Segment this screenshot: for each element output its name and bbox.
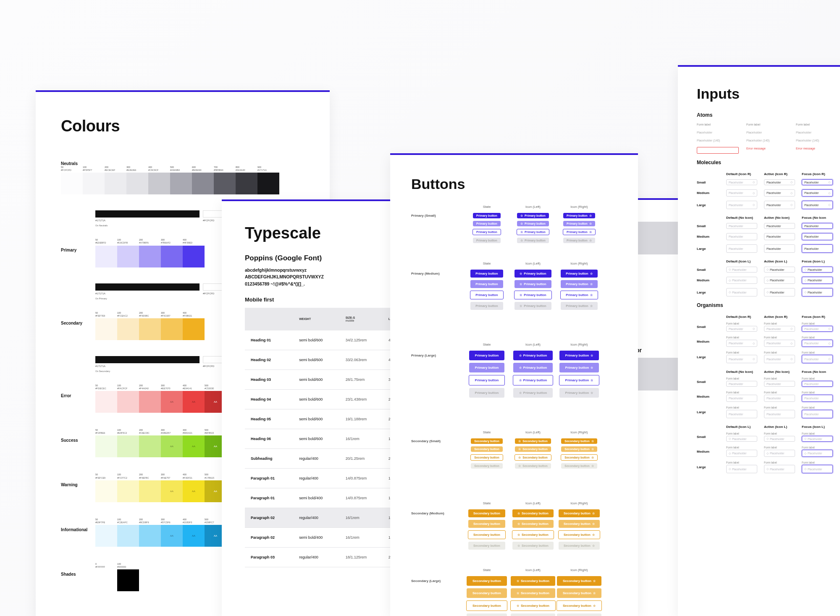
text-input[interactable]: Placeholder xyxy=(764,233,795,240)
prm-outline-button[interactable]: Primary button xyxy=(469,375,505,385)
sec-light-button[interactable]: Secondary button☆ xyxy=(557,588,601,598)
sec-outline-button[interactable]: Secondary button☆ xyxy=(556,600,602,611)
prm-light-button[interactable]: ☆Primary button xyxy=(514,280,551,288)
prm-solid-button[interactable]: Primary button☆ xyxy=(559,351,599,360)
text-input[interactable]: Placeholder◇ xyxy=(764,201,795,209)
text-input[interactable]: Placeholder◇ xyxy=(726,179,757,185)
sec-solid-button[interactable]: Secondary button☆ xyxy=(559,509,600,517)
prm-solid-button[interactable]: Primary button xyxy=(469,351,505,360)
text-input[interactable]: Placeholder xyxy=(764,223,795,229)
text-input[interactable]: Placeholder xyxy=(764,410,795,418)
text-input[interactable]: Placeholder◇ xyxy=(764,355,795,363)
text-input[interactable]: ◇Placeholder xyxy=(726,267,757,273)
text-input[interactable]: Placeholder◇ xyxy=(802,355,833,363)
text-input[interactable]: ◇Placeholder xyxy=(764,288,795,296)
sec-solid-button[interactable]: Secondary button xyxy=(468,509,505,517)
text-input[interactable]: Placeholder◇ xyxy=(764,179,795,185)
text-input[interactable]: ◇Placeholder xyxy=(726,277,757,284)
text-input[interactable]: Placeholder◇ xyxy=(726,340,757,347)
sec-outline-button[interactable]: ☆Secondary button xyxy=(514,454,551,461)
text-input[interactable]: Placeholder◇ xyxy=(726,201,757,209)
prm-light-button[interactable]: Primary button☆ xyxy=(559,363,599,372)
text-input[interactable]: Placeholder◇ xyxy=(802,189,833,197)
text-input[interactable]: Placeholder xyxy=(726,223,757,229)
text-input[interactable]: Placeholder xyxy=(726,395,757,402)
sec-light-button[interactable]: ☆Secondary button xyxy=(511,588,555,598)
prm-outline-button[interactable]: ☆Primary button xyxy=(514,291,551,299)
prm-light-button[interactable]: ☆Primary button xyxy=(513,363,553,372)
prm-light-button[interactable]: ☆Primary button xyxy=(517,221,549,226)
text-input[interactable]: ◇Placeholder xyxy=(802,267,833,273)
prm-solid-button[interactable]: Primary button xyxy=(473,213,501,218)
text-input[interactable]: ◇Placeholder xyxy=(764,267,795,273)
text-input[interactable]: Placeholder◇ xyxy=(764,340,795,347)
sec-outline-button[interactable]: ☆Secondary button xyxy=(512,530,554,539)
text-input[interactable]: Placeholder xyxy=(802,381,833,387)
sec-outline-button[interactable]: Secondary button☆ xyxy=(561,454,598,461)
sec-light-button[interactable]: Secondary button☆ xyxy=(559,520,600,528)
text-input[interactable]: Placeholder◇ xyxy=(726,326,757,332)
text-input[interactable]: ◇Placeholder xyxy=(764,450,795,457)
text-input[interactable]: ◇Placeholder xyxy=(764,465,795,473)
text-input[interactable]: Placeholder xyxy=(802,395,833,402)
sec-light-button[interactable]: Secondary button xyxy=(471,446,503,452)
prm-outline-button[interactable]: Primary button xyxy=(472,229,501,235)
sec-light-button[interactable]: Secondary button xyxy=(468,520,505,528)
text-input[interactable]: Placeholder xyxy=(802,244,833,253)
prm-light-button[interactable]: Primary button xyxy=(469,363,505,372)
prm-outline-button[interactable]: Primary button☆ xyxy=(559,375,600,385)
prm-solid-button[interactable]: ☆Primary button xyxy=(513,351,553,360)
text-input[interactable]: Placeholder◇ xyxy=(726,189,757,197)
text-input[interactable]: ◇Placeholder xyxy=(764,277,795,284)
text-input[interactable]: ◇Placeholder xyxy=(726,288,757,296)
text-input[interactable]: Placeholder xyxy=(802,410,833,418)
sec-outline-button[interactable]: ☆Secondary button xyxy=(510,600,556,611)
text-input[interactable]: Placeholder xyxy=(726,244,757,253)
text-input[interactable]: Placeholder◇ xyxy=(726,355,757,363)
text-input[interactable]: Placeholder xyxy=(802,223,833,229)
text-input[interactable]: ◇Placeholder xyxy=(802,465,833,473)
sec-solid-button[interactable]: Secondary button☆ xyxy=(557,576,601,586)
text-input[interactable]: ◇Placeholder xyxy=(802,436,833,442)
sec-outline-button[interactable]: Secondary button xyxy=(470,454,503,461)
sec-light-button[interactable]: Secondary button☆ xyxy=(561,446,597,452)
sec-solid-button[interactable]: ☆Secondary button xyxy=(515,438,551,444)
text-input[interactable]: Placeholder◇ xyxy=(802,179,833,185)
text-input[interactable]: ◇Placeholder xyxy=(726,436,757,442)
text-input[interactable]: Placeholder◇ xyxy=(764,326,795,332)
text-input[interactable]: ◇Placeholder xyxy=(802,277,833,284)
prm-light-button[interactable]: Primary button xyxy=(473,221,501,226)
prm-solid-button[interactable]: Primary button xyxy=(470,270,503,278)
text-input[interactable]: Placeholder◇ xyxy=(802,326,833,332)
text-input[interactable]: ◇Placeholder xyxy=(802,450,833,457)
text-input[interactable]: ◇Placeholder xyxy=(726,450,757,457)
sec-solid-button[interactable]: Secondary button☆ xyxy=(561,438,597,444)
prm-outline-button[interactable]: ☆Primary button xyxy=(513,375,554,385)
prm-light-button[interactable]: Primary button xyxy=(470,280,503,288)
sec-solid-button[interactable]: ☆Secondary button xyxy=(512,509,554,517)
sec-light-button[interactable]: ☆Secondary button xyxy=(515,446,551,452)
prm-outline-button[interactable]: Primary button☆ xyxy=(560,291,598,299)
text-input[interactable]: Placeholder xyxy=(726,410,757,418)
text-input[interactable]: Placeholder xyxy=(764,381,795,387)
sec-light-button[interactable]: Secondary button xyxy=(467,588,507,598)
text-input[interactable]: Placeholder◇ xyxy=(764,189,795,197)
text-input[interactable]: Placeholder xyxy=(764,244,795,253)
sec-solid-button[interactable]: Secondary button xyxy=(471,438,503,444)
sec-outline-button[interactable]: Secondary button xyxy=(468,530,506,539)
atom-input-error[interactable] xyxy=(697,147,739,154)
sec-solid-button[interactable]: ☆Secondary button xyxy=(511,576,555,586)
prm-outline-button[interactable]: Primary button☆ xyxy=(563,229,596,235)
sec-outline-button[interactable]: Secondary button☆ xyxy=(558,530,600,539)
text-input[interactable]: Placeholder xyxy=(764,395,795,402)
prm-light-button[interactable]: Primary button☆ xyxy=(561,280,597,288)
text-input[interactable]: Placeholder xyxy=(726,381,757,387)
prm-solid-button[interactable]: ☆Primary button xyxy=(514,270,551,278)
prm-solid-button[interactable]: Primary button☆ xyxy=(563,213,595,218)
sec-outline-button[interactable]: Secondary button xyxy=(466,600,507,611)
text-input[interactable]: ◇Placeholder xyxy=(764,436,795,442)
prm-outline-button[interactable]: ☆Primary button xyxy=(517,229,549,235)
text-input[interactable]: ◇Placeholder xyxy=(726,465,757,473)
text-input[interactable]: Placeholder◇ xyxy=(802,340,833,347)
sec-solid-button[interactable]: Secondary button xyxy=(467,576,507,586)
